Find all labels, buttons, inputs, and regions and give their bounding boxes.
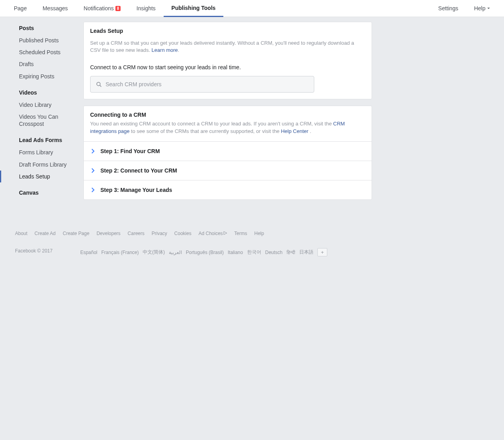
sidebar-item-video-library[interactable]: Video Library [0,99,83,111]
desc-mid: to see some of the CRMs that are current… [130,128,281,134]
tab-messages[interactable]: Messages [35,0,76,17]
tab-label: Page [14,5,27,11]
lang-ja[interactable]: 日本語 [299,249,313,256]
card-body: You need an existing CRM account to conn… [84,120,372,141]
lang-es[interactable]: Español [80,250,97,255]
footer-link-careers[interactable]: Careers [128,231,145,236]
footer-link-create-page[interactable]: Create Page [63,231,89,236]
sidebar-section-lead-ads-forms[interactable]: Lead Ads Forms [0,134,83,146]
notifications-badge: 8 [115,6,121,11]
lang-de[interactable]: Deutsch [265,250,283,255]
svg-line-1 [100,85,102,87]
tab-page[interactable]: Page [6,0,35,17]
step-title: Step 1: Find Your CRM [100,148,160,154]
tab-label: Help [474,5,485,11]
lang-hi[interactable]: हिन्दी [287,250,295,255]
leads-setup-description: Set up a CRM so that you can get your le… [90,40,365,54]
card-body: Set up a CRM so that you can get your le… [84,40,372,99]
topnav-left: Page Messages Notifications 8 Insights P… [6,0,223,17]
svg-point-0 [97,82,100,86]
step-3-row[interactable]: Step 3: Manage Your Leads [84,180,372,199]
chevron-right-icon [90,168,96,173]
lang-zh[interactable]: 中文(简体) [143,249,165,256]
footer-link-terms[interactable]: Terms [234,231,247,236]
step-title: Step 3: Manage Your Leads [100,187,172,193]
footer-link-cookies[interactable]: Cookies [174,231,191,236]
sidebar-item-forms-library[interactable]: Forms Library [0,146,83,158]
connect-crm-subheader: Connect to a CRM now to start seeing you… [90,64,365,70]
footer-link-privacy[interactable]: Privacy [152,231,167,236]
sidebar-item-drafts[interactable]: Drafts [0,58,83,70]
sidebar-item-draft-forms-library[interactable]: Draft Forms Library [0,159,83,171]
top-navigation: Page Messages Notifications 8 Insights P… [0,0,504,17]
footer-links: About Create Ad Create Page Developers C… [15,231,504,236]
tab-publishing-tools[interactable]: Publishing Tools [164,0,224,17]
footer-link-developers[interactable]: Developers [96,231,121,236]
sidebar-item-videos-crosspost[interactable]: Videos You Can Crosspost [0,111,83,130]
leads-setup-card: Leads Setup Set up a CRM so that you can… [83,22,372,99]
desc-text: Set up a CRM so that you can get your le… [90,40,354,53]
footer-link-help[interactable]: Help [254,231,264,236]
sidebar-section-videos[interactable]: Videos [0,86,83,99]
desc-suffix: . [308,128,311,134]
chevron-right-icon [90,148,96,154]
tab-notifications[interactable]: Notifications 8 [76,0,129,17]
main-content: Leads Setup Set up a CRM so that you can… [83,17,372,211]
crm-search-input[interactable] [106,81,308,87]
sidebar-item-published-posts[interactable]: Published Posts [0,34,83,46]
lang-it[interactable]: Italiano [228,250,243,255]
footer-link-about[interactable]: About [15,231,27,236]
desc-prefix: You need an existing CRM account to conn… [90,121,333,127]
footer-link-ad-choices[interactable]: Ad Choices [198,231,227,236]
tab-label: Notifications [84,5,114,11]
card-title: Connecting to a CRM [84,106,372,120]
period: . [178,47,179,53]
lang-ar[interactable]: العربية [169,250,182,255]
search-icon [96,82,102,87]
tab-settings[interactable]: Settings [430,0,466,17]
connecting-crm-card: Connecting to a CRM You need an existing… [83,106,372,199]
footer-languages: Español Français (France) 中文(简体) العربية… [80,248,327,256]
lang-ko[interactable]: 한국어 [247,249,261,256]
step-1-row[interactable]: Step 1: Find Your CRM [84,141,372,161]
adchoices-icon [223,231,227,235]
card-title: Leads Setup [84,22,372,40]
tab-label: Settings [438,5,459,11]
footer-copyright: Facebook © 2017 [15,248,53,254]
connecting-crm-description: You need an existing CRM account to conn… [90,120,365,135]
step-2-row[interactable]: Step 2: Connect to Your CRM [84,161,372,180]
tab-label: Publishing Tools [172,5,216,11]
tab-label: Messages [43,5,68,11]
lang-fr[interactable]: Français (France) [101,250,139,255]
sidebar-item-leads-setup[interactable]: Leads Setup [0,171,83,182]
step-title: Step 2: Connect to Your CRM [100,167,177,174]
lang-more-button[interactable]: + [317,248,328,256]
crm-search-box[interactable] [90,76,314,93]
lang-pt[interactable]: Português (Brasil) [186,250,224,255]
topnav-right: Settings Help [430,0,498,17]
tab-label: Insights [136,5,155,11]
chevron-right-icon [90,187,96,193]
help-center-link[interactable]: Help Center [281,128,308,134]
page-layout: Posts Published Posts Scheduled Posts Dr… [0,17,504,211]
learn-more-link[interactable]: Learn more [151,47,177,53]
page-footer: About Create Ad Create Page Developers C… [0,211,504,265]
tab-insights[interactable]: Insights [128,0,163,17]
sidebar-item-expiring-posts[interactable]: Expiring Posts [0,70,83,82]
sidebar-item-scheduled-posts[interactable]: Scheduled Posts [0,46,83,58]
footer-link-create-ad[interactable]: Create Ad [34,231,55,236]
sidebar-section-canvas[interactable]: Canvas [0,186,83,199]
sidebar-section-posts[interactable]: Posts [0,22,83,34]
tab-help[interactable]: Help [466,0,498,17]
caret-down-icon [487,7,490,10]
sidebar: Posts Published Posts Scheduled Posts Dr… [0,17,83,211]
